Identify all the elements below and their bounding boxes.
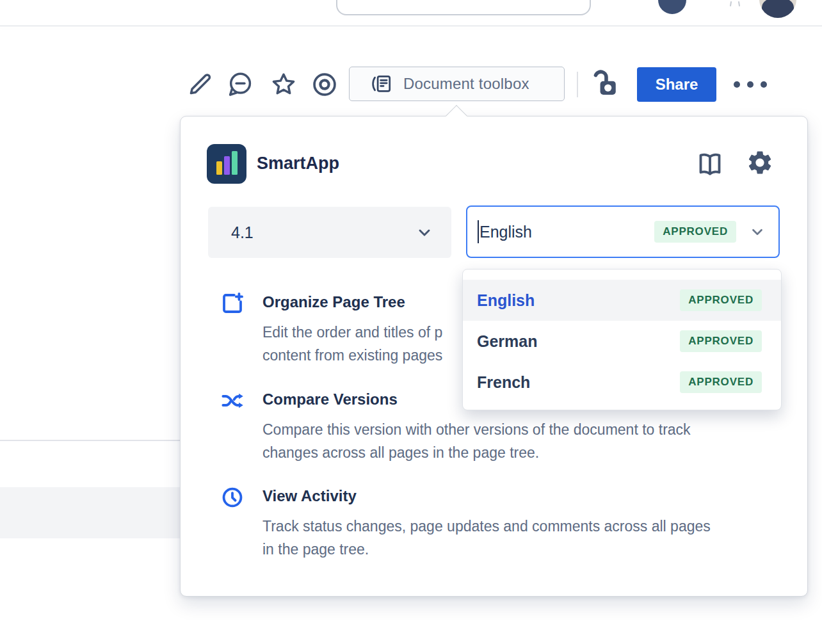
organize-page-tree-icon [220,291,245,316]
avatar[interactable] [658,0,686,14]
status-badge: APPROVED [680,289,762,311]
option-german[interactable]: German APPROVED [463,321,781,362]
text-cursor [478,220,479,243]
document-toolbox-button[interactable]: Document toolbox [349,67,565,101]
status-badge: APPROVED [654,221,736,243]
comment-icon[interactable] [226,70,254,99]
search-input[interactable] [336,0,591,15]
document-toolbox-label: Document toolbox [403,75,529,93]
menu-item-title: Organize Page Tree [262,291,442,314]
chevron-down-icon [749,223,766,240]
smartapp-logo [207,144,246,184]
option-label: French [477,373,530,392]
compare-versions-icon [220,389,245,413]
menu-item-description: Edit the order and titles of p content f… [262,321,442,367]
menu-item-title: View Activity [262,485,711,508]
version-select[interactable]: 4.1 [208,207,451,258]
menu-item-description: Track status changes, page updates and c… [262,515,711,561]
header-divider [0,26,822,26]
page-background-divider [0,440,181,441]
toolbar-divider [577,72,578,97]
menu-item-view-activity[interactable]: View Activity Track status changes, page… [220,485,711,561]
language-value: English [480,223,532,241]
menu-item-organize-page-tree[interactable]: Organize Page Tree Edit the order and ti… [220,291,442,367]
partial-icon [729,1,741,6]
dot [761,81,767,88]
share-button[interactable]: Share [637,67,716,102]
watch-icon[interactable] [310,70,339,99]
option-english[interactable]: English APPROVED [463,280,781,321]
version-value: 4.1 [231,223,254,242]
dot [747,81,754,88]
unlock-icon[interactable] [588,67,620,100]
document-toolbox-icon [371,72,394,95]
option-label: English [477,291,535,310]
dot [734,81,740,88]
option-french[interactable]: French APPROVED [463,362,781,403]
star-icon[interactable] [270,70,298,99]
app-title: SmartApp [257,154,339,173]
language-select[interactable]: English APPROVED [466,205,780,258]
view-activity-clock-icon [220,485,245,510]
language-dropdown-list: English APPROVED German APPROVED French … [462,269,782,410]
documentation-book-icon[interactable] [695,150,725,179]
page: Document toolbox Share SmartApp [0,0,822,644]
chevron-down-icon [415,223,433,241]
status-badge: APPROVED [680,330,762,352]
more-options-icon[interactable] [734,81,767,88]
menu-item-description: Compare this version with other versions… [262,418,691,464]
avatar-shirt [762,0,794,18]
page-background-row [0,487,181,538]
option-label: German [477,332,537,351]
settings-gear-icon[interactable] [746,149,774,177]
edit-pencil-icon[interactable] [186,70,214,99]
status-badge: APPROVED [680,371,762,393]
user-avatar[interactable] [759,0,796,18]
